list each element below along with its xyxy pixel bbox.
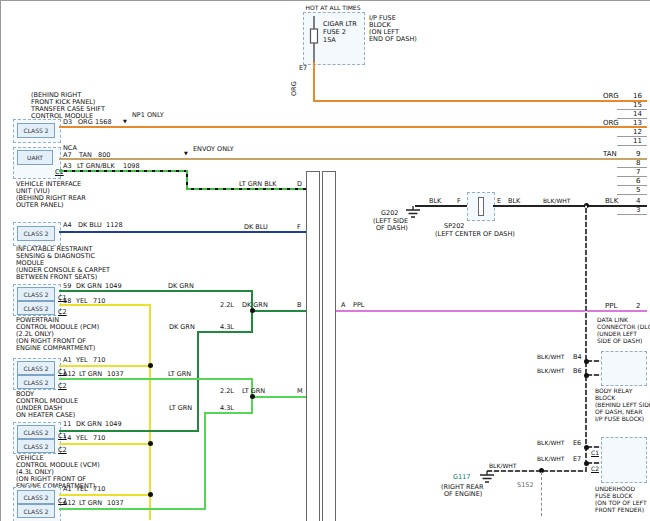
sp202-loc: (LEFT CENTER OF DASH) [435,230,515,238]
sp202-terminal-f: F [457,197,461,205]
wire-dkblu-sdm-to-bus-f [59,231,306,233]
dlc-pin5-stub [617,194,647,195]
bcm-wire2: LT GRN [79,370,102,378]
relay-wire2-label: BLK/WHT [537,367,565,375]
vcm-pin1: 11 [63,420,71,428]
wire-blkwht-to-g117 [487,470,586,472]
envoy-only-note: ENVOY ONLY [193,145,234,153]
mod7-wire2: LT GRN [79,499,102,507]
tcase-pin: D3 [63,118,72,126]
junction-dot-yel-mod7 [148,492,153,497]
envoy-arrow-icon: ▼ [184,151,188,156]
pin16-number: 16 [633,92,642,100]
wire-label-blkwht-g117: BLK/WHT [489,462,517,470]
wire-blk-sp202-to-dlc4 [493,205,647,207]
wire-org-tcase-to-dlc13 [59,126,647,128]
uhfb-conn-c1: C1 [591,449,599,457]
wire-yel-vcm [59,443,151,445]
sdm-pin: A4 [63,221,72,229]
wire-ltgrnblk-to-bus-d [186,188,306,190]
relay-pin2: B6 [573,367,582,375]
wire-label-dkgrn-top: DK GRN [168,282,194,290]
pcm-wire1: DK GRN [76,282,102,290]
wire-blkwht-uhfb2 [587,462,601,464]
sdm-ckt: 1128 [106,221,123,229]
pin16-wire-label: ORG [603,92,619,100]
pcm-ckt1: 1049 [105,282,122,290]
pin8-number: 8 [636,159,640,167]
sdm-name-line5: BETWEEN FRONT SEATS) [16,273,97,281]
g117-label: G117 [453,473,470,481]
bcm-pin1: A1 [63,356,72,364]
hot-at-all-times-label: HOT AT ALL TIMES [303,4,363,12]
junction-dot-relay1 [584,359,589,364]
vcm-wire2: YEL [76,434,88,442]
fuse-name-line2: FUSE 2 [323,28,346,36]
s152-splice-branch [541,472,542,516]
uhfb-pin2: E7 [573,455,581,463]
body-relay-block-box [601,351,647,386]
pcm-conn-c2: C2 [58,308,67,316]
wire-yel-mod7 [59,494,151,496]
engine-label-43-ltgrn: 4.3L [220,404,234,412]
bcm-class2-box2: CLASS 2 [17,375,55,389]
wire-ltgrn-bcm [59,378,253,380]
uhfb-name-line4: FRONT FENDER) [595,506,644,514]
vcm-ckt2: 710 [93,434,105,442]
dlc-pin11-stub [617,145,647,146]
wire-ltgrn-43-branch [204,412,253,414]
wire-blkwht-relay2 [587,374,601,376]
bus-label-dkgrn-entry: DK GRN [242,301,268,309]
wire-ltgrnblk-v [186,170,188,190]
engine-label-22-ltgrn: 2.2L [220,387,234,395]
bus-terminal-b: B [297,301,301,309]
bus-terminal-a: A [341,301,345,309]
uhfb-wire2-label: BLK/WHT [537,455,565,463]
pin15-number: 15 [633,101,642,109]
wiring-diagram: HOT AT ALL TIMES CIGAR LTR FUSE 2 15A I/… [0,0,650,521]
dlc-pin15-stub [617,109,647,110]
np1-only-note: NP1 ONLY [132,111,164,119]
bus-label-ltgrnblk: LT GRN BLK [239,180,277,188]
tcase-class2-box: CLASS 2 [17,123,55,138]
wire-dkgrn-vcm-v [197,331,199,432]
wire-ltgrn-mod7 [59,508,206,510]
fuse-name-line1: CIGAR LTR [323,20,357,28]
pin3-number: 3 [636,206,640,214]
pin5-number: 5 [636,186,640,194]
pin14-number: 14 [633,110,642,118]
vcm-conn-c2: C2 [58,446,67,454]
mod7-class2-box1: CLASS 2 [17,490,55,504]
dlc-name-line4: SIDE OF DASH) [597,337,642,345]
mod7-wire1: YEL [76,485,88,493]
fuse-pin-e7: E7 [299,64,307,72]
wire-label-blk-right: BLK [508,197,520,205]
uhfb-conn-c2: C2 [591,465,599,473]
pin2-number: 2 [636,302,640,310]
sp202-label: SP202 [444,222,464,230]
underhood-fuse-block-box [601,437,647,483]
pin9-wire-label: TAN [603,150,617,158]
bus-terminal-m: M [297,387,303,395]
bus-label-dkblu: DK BLU [244,223,268,231]
g202-label: G202 [381,209,398,217]
pin12-number: 12 [633,128,642,136]
junction-dot-yel-vcm [148,441,153,446]
dlc-pin8-stub [617,167,647,168]
pcm-class2-box2: CLASS 2 [17,301,55,315]
junction-dot-uhfb1 [584,445,589,450]
wire-label-ltgrn-low: LT GRN [169,404,192,412]
wire-org-fuse-drop [313,62,315,102]
tcase-wire-color: ORG [78,118,93,126]
wire-dkgrn-to-bus-b [251,310,306,312]
wire-blk-g202-sp202 [415,205,467,207]
wire-label-dkgrn-low: DK GRN [169,323,195,331]
wire-ltgrn-mod7-v [204,412,206,510]
sp202-terminal-e: E [497,197,501,205]
bcm-wire1: YEL [76,356,88,364]
bus-terminal-d: D [297,180,302,188]
wire-dkgrn-vcm [59,430,199,432]
dlc-pin12-stub [617,136,647,137]
vcm-pin2: 14 [63,434,71,442]
relay-wire1-label: BLK/WHT [537,353,565,361]
